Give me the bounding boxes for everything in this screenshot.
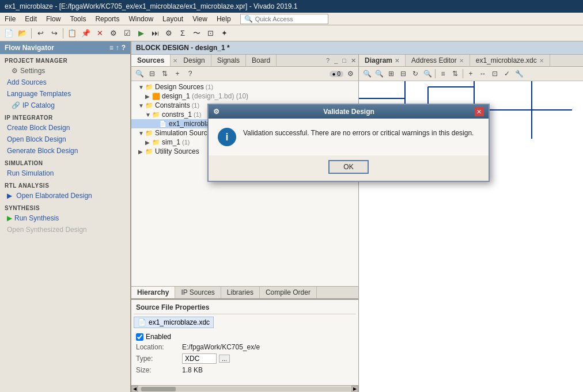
flow-nav-up-icon[interactable]: ↑ xyxy=(116,44,119,52)
tab-hierarchy[interactable]: Hierarchy xyxy=(131,287,175,298)
refresh-btn[interactable]: ↻ xyxy=(410,68,421,79)
align-btn[interactable]: ≡ xyxy=(437,68,449,79)
nav-add-sources[interactable]: Add Sources xyxy=(0,77,130,88)
tab-diagram[interactable]: Diagram ✕ xyxy=(359,55,406,66)
distribute-btn[interactable]: ⇅ xyxy=(449,68,461,79)
type-input[interactable] xyxy=(182,353,217,364)
paste-btn[interactable]: 📌 xyxy=(80,27,92,40)
menu-file[interactable]: File xyxy=(0,14,20,24)
enabled-checkbox[interactable] xyxy=(136,333,143,341)
connect-btn[interactable]: ↔ xyxy=(477,68,489,79)
menu-edit[interactable]: Edit xyxy=(20,14,41,24)
flow-nav-pin-icon[interactable]: ≡ xyxy=(109,44,113,52)
nav-run-synthesis[interactable]: ▶ Run Synthesis xyxy=(0,212,130,224)
tab-design[interactable]: Design xyxy=(177,55,211,66)
sources-bottom-tab-bar: Hierarchy IP Sources Libraries Compile O… xyxy=(131,286,358,299)
validate-btn[interactable]: ✓ xyxy=(501,68,513,79)
menu-reports[interactable]: Reports xyxy=(90,14,124,24)
hscroll-thumb[interactable] xyxy=(141,387,176,391)
synth-btn[interactable]: ⚙ xyxy=(162,27,175,40)
tab-maximize-btn[interactable]: □ xyxy=(340,56,349,65)
select-area-btn[interactable]: ⊟ xyxy=(398,68,409,79)
menu-window[interactable]: Window xyxy=(124,14,158,24)
delete-btn[interactable]: ✕ xyxy=(93,27,106,40)
sum-btn[interactable]: Σ xyxy=(176,27,189,40)
expand-simulation[interactable]: ▼ xyxy=(138,130,145,136)
sources-hscrollbar[interactable]: ◀ ▶ xyxy=(131,385,358,392)
source-settings-btn[interactable]: ⚙ xyxy=(344,68,356,79)
quick-access[interactable]: 🔍 xyxy=(240,14,328,24)
expand-constrs-1[interactable]: ▼ xyxy=(145,112,152,118)
expand-sim-1[interactable]: ▶ xyxy=(145,139,152,146)
settings-diag-btn[interactable]: 🔧 xyxy=(513,68,525,79)
tree-design-1[interactable]: ▶ 🟧 design_1 (design_1.bd) (10) xyxy=(131,92,358,101)
new-file-btn[interactable]: 📄 xyxy=(2,27,15,40)
hscroll-left-btn[interactable]: ◀ xyxy=(131,386,138,393)
sources-tab-close[interactable]: ✕ xyxy=(173,58,177,64)
run-btn[interactable]: ▶ xyxy=(135,27,147,40)
nav-create-block-design[interactable]: Create Block Design xyxy=(0,122,130,134)
menu-tools[interactable]: Tools xyxy=(65,14,90,24)
validate-dialog-close-btn[interactable]: ✕ xyxy=(475,107,484,116)
hscroll-track[interactable] xyxy=(139,387,351,391)
add-ip-btn[interactable]: + xyxy=(465,68,476,79)
source-info-btn[interactable]: ? xyxy=(184,68,196,79)
tab-close-btn[interactable]: ✕ xyxy=(349,56,358,66)
wave-btn[interactable]: 〜 xyxy=(190,27,203,40)
tree-design-sources[interactable]: ▼ 📁 Design Sources (1) xyxy=(131,82,358,92)
zoom-in-btn[interactable]: 🔍 xyxy=(361,68,373,79)
filter-btn[interactable]: ⊟ xyxy=(146,68,158,79)
undo-btn[interactable]: ↩ xyxy=(34,27,47,40)
xdc-tab-close[interactable]: ✕ xyxy=(539,58,544,64)
redo-btn[interactable]: ↪ xyxy=(48,27,60,40)
nav-run-simulation[interactable]: Run Simulation xyxy=(0,168,130,179)
tab-compile-order[interactable]: Compile Order xyxy=(260,287,317,298)
hscroll-right-btn[interactable]: ▶ xyxy=(351,386,358,393)
menu-flow[interactable]: Flow xyxy=(41,14,65,24)
tab-signals[interactable]: Signals xyxy=(211,55,246,66)
quick-access-input[interactable] xyxy=(255,16,324,22)
step-btn[interactable]: ⏭ xyxy=(149,27,161,40)
nav-open-block-design[interactable]: Open Block Design xyxy=(0,134,130,145)
debug-btn[interactable]: ⚙ xyxy=(107,27,120,40)
tab-libraries[interactable]: Libraries xyxy=(221,287,260,298)
nav-generate-block-design[interactable]: Generate Block Design xyxy=(0,145,130,157)
tab-xdc-file[interactable]: ex1_microblaze.xdc ✕ xyxy=(470,55,550,66)
expand-utility[interactable]: ▶ xyxy=(138,149,145,155)
tab-minimize-btn[interactable]: _ xyxy=(332,56,340,65)
tab-sources[interactable]: Sources xyxy=(131,55,171,66)
expand-constraints[interactable]: ▼ xyxy=(138,102,145,109)
extra-btn[interactable]: ✦ xyxy=(218,27,230,40)
menu-layout[interactable]: Layout xyxy=(158,14,188,24)
validate-ok-button[interactable]: OK xyxy=(328,160,368,174)
constrs-1-label: constrs_1 xyxy=(162,111,192,119)
expand-design-1[interactable]: ▶ xyxy=(145,93,152,100)
type-dots-btn[interactable]: ... xyxy=(219,355,230,363)
nav-language-templates[interactable]: Language Templates xyxy=(0,88,130,100)
diagram-tab-close[interactable]: ✕ xyxy=(395,58,399,64)
add-source-btn[interactable]: + xyxy=(172,68,183,79)
tab-board[interactable]: Board xyxy=(246,55,277,66)
search-sources-btn[interactable]: 🔍 xyxy=(134,68,145,79)
zoom-out-btn[interactable]: 🔍 xyxy=(373,68,385,79)
menu-help[interactable]: Help xyxy=(212,14,236,24)
nav-open-elaborated[interactable]: ▶ Open Elaborated Design xyxy=(0,190,130,201)
tab-address-editor[interactable]: Address Editor ✕ xyxy=(406,55,470,66)
expand-design-sources[interactable]: ▼ xyxy=(138,84,145,90)
tab-help-btn[interactable]: ? xyxy=(324,56,332,65)
nav-ip-catalog[interactable]: 🔗 IP Catalog xyxy=(0,100,130,111)
open-btn[interactable]: 📂 xyxy=(16,27,29,40)
sort-btn[interactable]: ⇅ xyxy=(159,68,171,79)
address-editor-close[interactable]: ✕ xyxy=(459,58,464,64)
auto-connect-btn[interactable]: ⊡ xyxy=(489,68,501,79)
copy-btn[interactable]: 📋 xyxy=(66,27,78,40)
toolbar: 📄 📂 ↩ ↪ 📋 📌 ✕ ⚙ ☑ ▶ ⏭ ⚙ Σ 〜 ⊡ ✦ xyxy=(0,25,583,41)
fit-btn[interactable]: ⊞ xyxy=(385,68,397,79)
nav-settings[interactable]: ⚙ Settings xyxy=(0,65,130,77)
scope-btn[interactable]: ⊡ xyxy=(204,27,217,40)
search-diag-btn[interactable]: 🔍 xyxy=(422,68,433,79)
check-btn[interactable]: ☑ xyxy=(121,27,134,40)
flow-nav-help-icon[interactable]: ? xyxy=(122,44,126,52)
menu-view[interactable]: View xyxy=(188,14,212,24)
tab-ip-sources[interactable]: IP Sources xyxy=(175,287,221,298)
